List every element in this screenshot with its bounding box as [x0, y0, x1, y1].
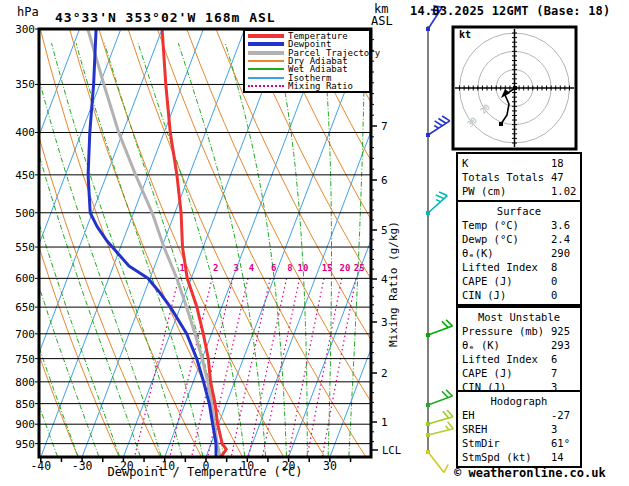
- pressure-tick-label: 900: [15, 418, 35, 431]
- credit-footer: © weatheronline.co.uk: [454, 466, 606, 480]
- data-row: StmDir61°: [458, 436, 580, 450]
- mixing-ratio-labels: 12346810152025: [179, 263, 364, 273]
- row-label: θₑ(K): [462, 247, 494, 259]
- data-row: Lifted Index6: [458, 352, 580, 366]
- row-value: 14: [551, 450, 564, 464]
- legend-box: TemperatureDewpointParcel TrajectoryDry …: [243, 29, 371, 93]
- pressure-tick-label: 400: [15, 126, 35, 139]
- wind-barb-feather: [436, 195, 444, 199]
- pressure-tick-label: 750: [15, 353, 35, 366]
- data-row: CIN (J)0: [458, 288, 580, 302]
- pressure-tick-label: 450: [15, 169, 35, 182]
- wind-barb-feather: [446, 320, 452, 326]
- legend-sample-thick: [248, 34, 284, 38]
- mixing-ratio-value-label: 10: [297, 263, 308, 273]
- wind-barb-half-feather: [446, 426, 449, 430]
- wind-barb-feather: [443, 411, 449, 418]
- wind-barb-feather: [439, 192, 447, 196]
- mixing-ratio-value-label: 20: [340, 263, 351, 273]
- dry-adiabat-line: [99, 29, 285, 459]
- dry-adiabat-line: [216, 29, 449, 459]
- wet-adiabat-line: [30, 43, 161, 456]
- row-value: 18: [551, 156, 564, 170]
- surface-box: SurfaceTemp (°C)3.6Dewp (°C)2.4θₑ(K)290L…: [456, 200, 582, 306]
- temperature-axis-label: Dewpoint / Temperature (°C): [60, 465, 350, 479]
- wind-barb-feather: [435, 121, 443, 126]
- row-value: 1.02: [551, 184, 576, 198]
- wet-adiabat-line: [276, 43, 307, 456]
- pressure-axis: 3003504004505005506006507007508008509009…: [15, 23, 39, 451]
- dry-adiabat-line: [128, 29, 326, 459]
- mixing-ratio-axis-label: Mixing Ratio (g/kg): [387, 221, 400, 347]
- mixing-ratio-value-label: 8: [287, 263, 292, 273]
- station-title: 43°33'N 353°02'W 168m ASL: [55, 10, 276, 25]
- pressure-tick-label: 800: [15, 376, 35, 389]
- data-row: CAPE (J)0: [458, 274, 580, 288]
- row-value: 0: [551, 288, 557, 302]
- wind-barb-half-feather: [436, 200, 441, 202]
- km-tick-label: 7: [381, 120, 388, 133]
- data-row: Dewp (°C)2.4: [458, 232, 580, 246]
- wind-barb-column: [426, 6, 453, 473]
- section-title: Surface: [458, 204, 580, 218]
- wind-barb-shaft: [428, 396, 452, 405]
- data-row: θₑ (K)293: [458, 338, 580, 352]
- mixing-ratio-value-label: 2: [213, 263, 218, 273]
- temp-tick-label: -40: [30, 459, 51, 473]
- row-value: 290: [551, 246, 570, 260]
- wet-adiabat-line: [225, 43, 286, 456]
- data-row: PW (cm)1.02: [458, 184, 580, 198]
- wind-barb-shaft: [428, 452, 444, 472]
- row-value: -27: [551, 408, 570, 422]
- section-title: Hodograph: [458, 394, 580, 408]
- pressure-tick-label: 650: [15, 301, 35, 314]
- wind-barb-feather: [438, 118, 446, 123]
- legend-item: Mixing Ratio: [245, 82, 369, 90]
- wind-barb: [426, 192, 447, 215]
- row-label: Totals Totals: [462, 171, 544, 183]
- legend-sample-thin: [248, 77, 284, 79]
- profile-curves: [88, 29, 227, 457]
- mixing-ratio-line: [231, 278, 270, 458]
- data-row: Pressure (mb)925: [458, 324, 580, 338]
- legend-sample-dotted: [248, 85, 284, 87]
- row-value: 8: [551, 260, 557, 274]
- km-tick-label: 6: [381, 174, 388, 187]
- row-value: 6: [551, 352, 557, 366]
- dry-adiabat-line: [70, 29, 244, 459]
- row-label: StmDir: [462, 437, 500, 449]
- wind-barb-feather: [447, 410, 453, 417]
- wind-barb: [426, 320, 452, 337]
- isotherm-line: [247, 29, 410, 457]
- run-datetime: 14.03.2025 12GMT (Base: 18): [410, 4, 610, 18]
- wind-barb-feather: [448, 422, 454, 429]
- legend-item-label: Mixing Ratio: [288, 82, 353, 90]
- row-label: CIN (J): [462, 289, 506, 301]
- km-tick-label: 1: [381, 416, 388, 429]
- wind-barb-feather: [446, 390, 452, 396]
- row-value: 925: [551, 324, 570, 338]
- hodograph: 2030kt: [453, 27, 576, 149]
- lcl-label: LCL: [382, 444, 401, 456]
- pressure-tick-label: 550: [15, 241, 35, 254]
- wind-barb-feather: [442, 321, 448, 327]
- hodograph-unit-label: kt: [459, 29, 471, 40]
- row-label: Lifted Index: [462, 353, 538, 365]
- pressure-tick-label: 950: [15, 438, 35, 451]
- row-label: CAPE (J): [462, 275, 513, 287]
- wind-barb: [426, 390, 452, 407]
- mixing-ratio-value-label: 15: [322, 263, 333, 273]
- section-title: Most Unstable: [458, 310, 580, 324]
- pressure-tick-label: 300: [15, 23, 35, 36]
- wind-barb-feather: [442, 391, 448, 397]
- wet-adiabat-line: [0, 43, 16, 456]
- pressure-tick-label: 350: [15, 78, 35, 91]
- wind-barb-feather: [444, 464, 448, 472]
- legend-sample-thick: [248, 51, 284, 55]
- row-label: StmSpd (kt): [462, 451, 532, 463]
- wind-barb-shaft: [428, 196, 447, 213]
- data-row: Temp (°C)3.6: [458, 218, 580, 232]
- data-row: K18: [458, 156, 580, 170]
- row-label: Lifted Index: [462, 261, 538, 273]
- row-value: 61°: [551, 436, 570, 450]
